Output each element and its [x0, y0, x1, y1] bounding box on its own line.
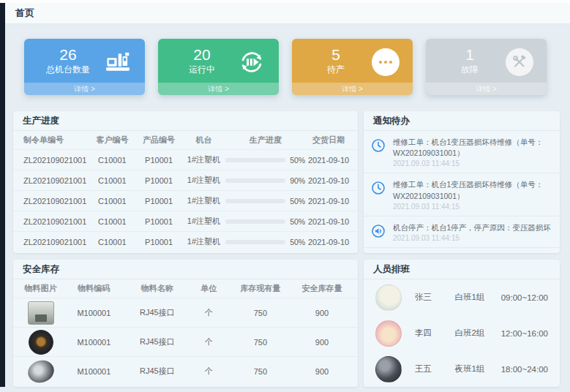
unit: 个 [189, 366, 229, 377]
cone-speaker-photo [25, 357, 57, 386]
running-value: 20 [176, 46, 228, 64]
production-progress-panel: 生产进度 制令单编号 客户编号 产品编号 机台 生产进度 交货日期 ZL2021… [13, 111, 358, 253]
personnel-schedule-panel: 人员排班 张三 白班1组 09:00~12:00 李四 白班2组 12:00~1… [364, 260, 560, 387]
customer-no: C10001 [89, 197, 136, 206]
production-table-row: ZL202109021001 C10001 P10001 1#注塑机 50% 2… [13, 211, 358, 231]
col-delivery-date: 交货日期 [305, 135, 352, 146]
machine-name: 1#注塑机 [182, 175, 225, 186]
machine-name: 1#注塑机 [182, 195, 225, 206]
clock-icon [371, 179, 387, 210]
col-current-stock: 库存现有量 [229, 283, 292, 294]
waiting-label: 待产 [310, 64, 362, 75]
shift-time: 12:00~16:00 [501, 329, 548, 338]
current-stock: 750 [229, 309, 292, 317]
inventory-table-row: M100001 RJ45接口 个 750 900 [13, 298, 358, 327]
shift-time: 09:00~12:00 [501, 293, 548, 302]
progress-percent: 50% [290, 238, 305, 246]
running-detail-link[interactable]: 详情 > [158, 83, 279, 95]
fault-detail-link[interactable]: 详情 > [426, 83, 547, 95]
product-no: P10001 [135, 217, 182, 226]
col-machine: 机台 [182, 135, 225, 146]
safety-stock: 900 [292, 367, 352, 376]
waiting-detail-link[interactable]: 详情 > [292, 83, 413, 95]
production-progress-title: 生产进度 [13, 111, 358, 131]
delivery-date: 2021-09-10 [305, 176, 352, 185]
rj45-connector-photo [28, 301, 54, 325]
tab-bar: 首页 [5, 3, 570, 24]
running-icon [238, 48, 266, 76]
customer-no: C10001 [89, 238, 136, 246]
avatar [375, 320, 402, 347]
clock-icon [371, 137, 387, 167]
production-table-row: ZL202109021001 C10001 P10001 1#注塑机 50% 2… [13, 231, 358, 252]
person-name: 李四 [415, 328, 454, 339]
stat-card-fault: 1 故障 详情 > [426, 39, 547, 95]
schedule-row: 张三 白班1组 09:00~12:00 [364, 279, 560, 315]
col-progress: 生产进度 [225, 135, 305, 146]
material-code: M100001 [62, 338, 125, 347]
material-name: RJ45接口 [126, 366, 189, 377]
material-name: RJ45接口 [126, 336, 189, 347]
notification-item[interactable]: 计划暂停：机台1生产计划已暂停 2021.09.03 11:44:15 [364, 248, 560, 253]
order-no: ZL202109021001 [19, 176, 89, 185]
col-material-code: 物料编码 [62, 283, 125, 294]
col-order-no: 制令单编号 [19, 135, 89, 146]
notification-item[interactable]: 机台停产：机台1停产，停产原因：变压器损坏 2021.09.03 11:44:1… [364, 216, 560, 248]
product-no: P10001 [135, 238, 182, 246]
person-name: 王五 [415, 363, 454, 374]
progress-bar [225, 178, 285, 183]
machine-name: 1#注塑机 [182, 154, 225, 165]
production-table-row: ZL202109021001 C10001 P10001 1#注塑机 50% 2… [13, 149, 358, 170]
waiting-value: 5 [310, 46, 362, 64]
shift-time: 18:00~24:00 [501, 365, 548, 374]
machine-icon [104, 48, 132, 76]
person-name: 张三 [415, 292, 454, 303]
personnel-schedule-title: 人员排班 [364, 260, 560, 279]
collapsed-sidebar-strip [0, 3, 5, 387]
notification-item[interactable]: 维修工单：机台1变压器损坏待维修（单号：WX202109031001） 2021… [364, 131, 560, 173]
shift-label: 白班2组 [454, 328, 500, 339]
speaker-icon [371, 222, 387, 242]
col-unit: 单位 [189, 283, 229, 294]
ellipsis-icon [372, 48, 400, 76]
notification-item[interactable]: 维修工单：机台1变压器损坏待维修（单号：WX202109031001） 2021… [364, 173, 560, 216]
material-name: RJ45接口 [126, 307, 189, 318]
delivery-date: 2021-09-10 [305, 238, 352, 246]
machine-name: 1#注塑机 [182, 216, 225, 227]
order-no: ZL202109021001 [19, 238, 89, 246]
delivery-date: 2021-09-10 [305, 156, 352, 165]
order-no: ZL202109021001 [19, 156, 89, 165]
notification-text: 机台停产：机台1停产，停产原因：变压器损坏 [393, 222, 551, 233]
notifications-title: 通知待办 [364, 111, 560, 131]
progress-percent: 50% [290, 156, 305, 165]
order-no: ZL202109021001 [19, 197, 89, 206]
avatar [375, 356, 402, 382]
notification-text: 维修工单：机台1变压器损坏待维修（单号：WX202109031001） [393, 137, 551, 159]
machine-name: 1#注塑机 [182, 236, 225, 247]
dashboard-content: 26 总机台数量 详情 > 20 运行中 [5, 24, 570, 387]
notification-time: 2021.09.03 11:44:15 [393, 234, 551, 242]
tab-home[interactable]: 首页 [15, 7, 34, 20]
unit: 个 [189, 336, 229, 347]
col-safety-stock: 安全库存量 [292, 283, 352, 294]
order-no: ZL202109021001 [19, 217, 89, 226]
customer-no: C10001 [89, 176, 136, 185]
total-machines-detail-link[interactable]: 详情 > [24, 83, 145, 95]
product-no: P10001 [135, 156, 182, 165]
progress-percent: 90% [290, 176, 305, 185]
fault-value: 1 [443, 46, 496, 64]
round-speaker-photo [29, 330, 53, 355]
tools-icon [506, 48, 533, 76]
progress-bar [225, 158, 285, 162]
total-machines-value: 26 [42, 46, 94, 64]
fault-label: 故障 [443, 64, 496, 75]
shift-label: 夜班1组 [454, 363, 500, 374]
schedule-row: 王五 夜班1组 18:00~24:00 [364, 351, 560, 387]
inventory-table-header: 物料图片 物料编码 物料名称 单位 库存现有量 安全库存量 [13, 279, 358, 298]
production-table-header: 制令单编号 客户编号 产品编号 机台 生产进度 交货日期 [13, 131, 358, 149]
running-label: 运行中 [176, 64, 228, 75]
production-table-row: ZL202109021001 C10001 P10001 1#注塑机 90% 2… [13, 170, 358, 190]
progress-percent: 50% [290, 197, 305, 206]
customer-no: C10001 [89, 156, 136, 165]
avatar [375, 284, 402, 311]
